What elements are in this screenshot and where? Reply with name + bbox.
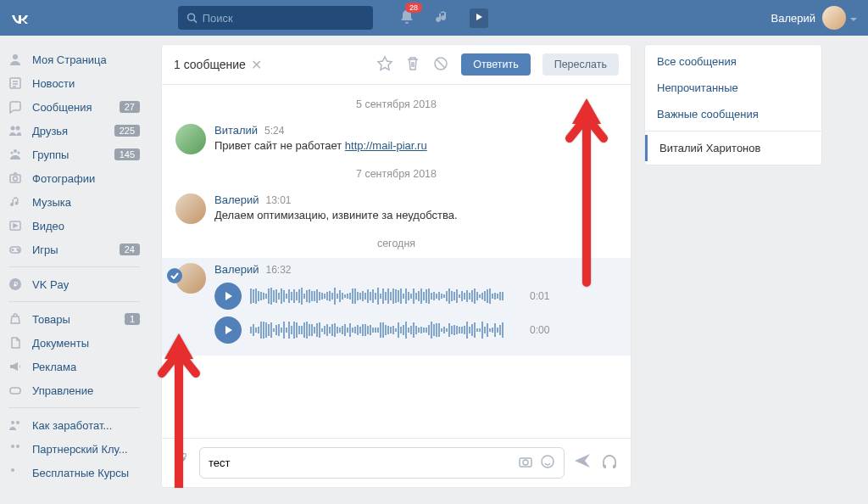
message-text: Делаем оптимизацию, извините за неудобст… — [214, 208, 617, 223]
filter-important[interactable]: Важные сообщения — [645, 101, 821, 127]
message-time: 13:01 — [265, 194, 291, 206]
notification-badge: 28 — [405, 3, 422, 13]
play-button[interactable] — [214, 283, 242, 310]
reply-button[interactable]: Ответить — [461, 53, 530, 76]
svg-point-3 — [11, 126, 15, 131]
sidebar-item-games[interactable]: Игры24 — [0, 238, 148, 261]
sidebar-item-goods[interactable]: Товары1 — [0, 307, 148, 331]
profile-icon — [8, 53, 25, 66]
svg-point-13 — [19, 250, 20, 252]
message-link[interactable]: http://mail-piar.ru — [345, 139, 427, 152]
message-row[interactable]: Виталий5:24 Привет сайт не работает http… — [162, 119, 631, 160]
user-menu[interactable]: Валерий — [771, 6, 858, 30]
vk-logo[interactable] — [10, 7, 31, 29]
message-row-selected[interactable]: Валерий16:32 0:01 0:00 — [162, 258, 631, 356]
sidebar-item-music[interactable]: Музыка — [0, 190, 148, 214]
send-button[interactable] — [573, 451, 592, 474]
svg-point-19 — [11, 445, 14, 448]
svg-point-4 — [16, 126, 20, 131]
svg-point-1 — [13, 54, 18, 59]
chat-panel: 1 сообщение ✕ Ответить Переслать 5 сентя… — [161, 44, 632, 488]
promo-icon — [8, 442, 25, 456]
emoji-icon[interactable] — [540, 454, 555, 472]
svg-point-9 — [14, 176, 18, 181]
messages-icon — [8, 100, 25, 114]
message-sender[interactable]: Виталий — [214, 124, 258, 137]
spam-icon[interactable] — [432, 55, 449, 75]
sidebar-item-promo3[interactable]: Бесплатные Курсы — [0, 461, 148, 484]
music-header-icon[interactable] — [434, 8, 451, 28]
selection-count: 1 сообщение — [174, 58, 246, 71]
message-sender[interactable]: Валерий — [214, 263, 259, 276]
search-input[interactable] — [203, 12, 364, 25]
friends-icon — [8, 124, 25, 137]
sidebar: Моя Страница Новости Сообщения27 Друзья2… — [0, 44, 148, 488]
sidebar-item-messages[interactable]: Сообщения27 — [0, 95, 148, 119]
news-icon — [8, 76, 25, 90]
notifications-icon[interactable]: 28 — [398, 8, 415, 28]
sidebar-item-news[interactable]: Новости — [0, 71, 148, 95]
svg-point-6 — [11, 152, 14, 154]
header: 28 Валерий — [0, 0, 868, 36]
date-separator: сегодня — [162, 229, 631, 258]
search-box[interactable] — [178, 6, 373, 30]
sidebar-item-manage[interactable]: Управление — [0, 378, 148, 402]
voice-message[interactable]: 0:00 — [214, 316, 617, 344]
sidebar-item-friends[interactable]: Друзья225 — [0, 119, 148, 143]
joystick-icon — [8, 384, 25, 397]
svg-point-25 — [542, 456, 554, 468]
svg-point-21 — [11, 468, 14, 472]
bag-icon — [8, 312, 25, 326]
voice-message[interactable]: 0:01 — [214, 283, 617, 310]
sidebar-item-profile[interactable]: Моя Страница — [0, 48, 148, 71]
right-panel: Все сообщения Непрочитанные Важные сообщ… — [644, 44, 822, 165]
user-name: Валерий — [771, 12, 815, 25]
forward-button[interactable]: Переслать — [542, 53, 619, 76]
message-input-wrapper — [199, 447, 565, 479]
sidebar-item-vkpay[interactable]: ₽VK Pay — [0, 272, 148, 296]
voice-duration: 0:01 — [530, 290, 549, 302]
sidebar-item-ads[interactable]: Реклама — [0, 355, 148, 378]
attach-icon[interactable] — [174, 453, 191, 473]
audio-waveform[interactable] — [250, 320, 521, 340]
svg-point-7 — [18, 152, 20, 154]
message-avatar[interactable] — [175, 124, 206, 154]
chat-input-bar — [162, 438, 631, 487]
voice-duration: 0:00 — [530, 324, 549, 336]
svg-point-24 — [523, 460, 528, 465]
message-row[interactable]: Валерий13:01 Делаем оптимизацию, извинит… — [162, 188, 631, 229]
check-icon[interactable] — [167, 268, 182, 283]
trash-icon[interactable] — [405, 55, 420, 75]
camera-icon — [8, 171, 25, 185]
filter-unread[interactable]: Непрочитанные — [645, 75, 821, 101]
date-separator: 5 сентября 2018 — [162, 90, 631, 119]
sidebar-item-groups[interactable]: Группы145 — [0, 143, 148, 166]
message-input[interactable] — [209, 456, 511, 469]
play-button[interactable] — [214, 316, 242, 344]
sidebar-item-promo1[interactable]: Как заработат... — [0, 413, 148, 437]
camera-input-icon[interactable] — [518, 454, 533, 472]
chat-header: 1 сообщение ✕ Ответить Переслать — [162, 45, 631, 85]
filter-all[interactable]: Все сообщения — [645, 48, 821, 75]
video-header-icon[interactable] — [470, 8, 488, 28]
message-sender[interactable]: Валерий — [214, 193, 259, 206]
user-avatar — [822, 6, 846, 30]
svg-text:₽: ₽ — [14, 281, 18, 288]
music-icon — [8, 195, 25, 209]
conversation-active[interactable]: Виталий Харитонов — [645, 135, 821, 161]
sidebar-item-photos[interactable]: Фотографии — [0, 166, 148, 190]
megaphone-icon — [8, 360, 25, 373]
headphones-icon[interactable] — [600, 452, 619, 473]
svg-point-5 — [14, 149, 17, 153]
message-avatar[interactable] — [175, 193, 206, 224]
audio-waveform[interactable] — [250, 286, 521, 306]
close-selection-icon[interactable]: ✕ — [251, 57, 262, 73]
sidebar-item-promo2[interactable]: Партнерский Клу... — [0, 437, 148, 461]
star-icon[interactable] — [376, 55, 393, 75]
svg-point-20 — [16, 445, 19, 448]
sidebar-item-video[interactable]: Видео — [0, 214, 148, 238]
sidebar-item-docs[interactable]: Документы — [0, 331, 148, 355]
video-icon — [8, 219, 25, 232]
date-separator: 7 сентября 2018 — [162, 160, 631, 188]
message-text: Привет сайт не работает http://mail-piar… — [214, 138, 617, 154]
